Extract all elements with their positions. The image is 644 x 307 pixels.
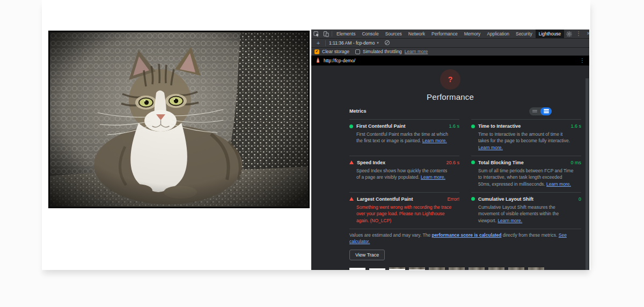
new-report-button[interactable]: + (314, 40, 322, 46)
filmstrip-frame (488, 267, 504, 270)
filmstrip-frame (429, 267, 445, 270)
clear-storage-label[interactable]: Clear storage (322, 49, 349, 54)
tab-memory[interactable]: Memory (461, 30, 484, 38)
filmstrip-frame-photo (469, 267, 485, 270)
metric-description: Something went wrong with recording the … (356, 204, 452, 224)
report-url: http://fcp-demo/ (324, 58, 355, 63)
report-kebab-icon[interactable]: ⋮ (580, 58, 585, 63)
filmstrip-frame-photo (369, 267, 385, 268)
lighthouse-favicon (316, 57, 320, 64)
metric-learn-more-link[interactable]: Learn more. (546, 181, 571, 187)
cat-photo (48, 31, 310, 208)
metric-value: Error! (448, 196, 460, 202)
close-devtools-icon[interactable]: × (583, 31, 593, 36)
lighthouse-report: ? Performance Metrics First Contentful P… (311, 65, 589, 270)
report-selector-label: 1:11:36 AM - fcp-demo (329, 40, 375, 46)
filmstrip-frame-photo (449, 267, 465, 270)
metric-value: 1.6 s (570, 123, 581, 129)
tab-lighthouse[interactable]: Lighthouse (536, 30, 565, 38)
performance-score-gauge[interactable]: ? (440, 69, 460, 90)
report-scrollbar[interactable] (586, 78, 589, 270)
tab-console[interactable]: Console (358, 30, 382, 38)
metrics-grid: First Contentful Paint1.6 sFirst Content… (349, 119, 581, 229)
tab-elements[interactable]: Elements (333, 30, 358, 38)
fail-triangle-icon (349, 197, 354, 201)
metric-value: 20.6 s (446, 160, 459, 165)
kebab-menu-icon[interactable]: ⋮ (574, 31, 583, 36)
metric-description: Speed Index shows how quickly the conten… (356, 167, 452, 181)
performance-score-link[interactable]: performance score is calculated (432, 232, 502, 238)
report-footer: Values are estimated and may vary. The p… (349, 229, 581, 245)
runbar-divider (325, 40, 326, 46)
inspect-icon[interactable] (311, 30, 321, 38)
metric-description: Time to Interactive is the amount of tim… (478, 131, 574, 151)
filmstrip-frame-photo (389, 267, 405, 269)
filmstrip-frame-photo (528, 267, 544, 270)
tab-sources[interactable]: Sources (382, 30, 405, 38)
simulated-throttling-checkbox[interactable] (355, 49, 360, 54)
tab-network[interactable]: Network (405, 30, 428, 38)
report-title: Performance (311, 92, 589, 101)
footer-text-pre: Values are estimated and may vary. The (349, 232, 432, 238)
metric-speed-index: Speed Index20.6 sSpeed Index shows how q… (349, 156, 459, 192)
filmstrip-frame-photo (429, 267, 445, 270)
metric-cumulative-layout-shift: Cumulative Layout Shift0Cumulative Layou… (471, 192, 581, 229)
metric-learn-more-link[interactable]: Learn more. (421, 174, 445, 180)
metric-description: First Contentful Paint marks the time at… (356, 131, 452, 144)
devtools-tabs: ElementsConsoleSourcesNetworkPerformance… (333, 30, 564, 38)
metric-value: 0 (579, 196, 581, 202)
filmstrip-frame-photo (409, 267, 425, 269)
browser-page: ElementsConsoleSourcesNetworkPerformance… (42, 0, 590, 270)
filmstrip-frame-photo (349, 267, 365, 268)
metric-learn-more-link[interactable]: Learn more. (497, 218, 522, 223)
device-toolbar-icon[interactable] (321, 30, 331, 38)
throttling-learn-more-link[interactable]: Learn more (405, 49, 428, 54)
metric-first-contentful-paint: First Contentful Paint1.6 sFirst Content… (349, 119, 459, 156)
metric-value: 0 ms (570, 160, 581, 165)
pass-dot-icon (471, 160, 475, 164)
metric-description: Cumulative Layout Shift measures the mov… (478, 204, 574, 224)
metric-learn-more-link[interactable]: Learn more. (422, 138, 447, 143)
metric-title: Cumulative Layout Shift (478, 196, 575, 202)
pass-dot-icon (471, 197, 475, 201)
fail-triangle-icon (349, 160, 354, 164)
filmstrip-frame (409, 267, 425, 270)
filmstrip-frame-photo (488, 267, 504, 270)
report-selector[interactable]: 1:11:36 AM - fcp-demo ▾ (329, 40, 379, 46)
metrics-section-header: Metrics (349, 108, 367, 114)
metric-total-blocking-time: Total Blocking Time0 msSum of all time p… (471, 156, 581, 192)
tab-application[interactable]: Application (484, 30, 513, 38)
lighthouse-run-bar: + 1:11:36 AM - fcp-demo ▾ (311, 39, 589, 48)
metrics-expanded-view-button[interactable] (540, 107, 552, 115)
metric-title: Time to Interactive (478, 123, 567, 129)
simulated-throttling-label[interactable]: Simulated throttling (363, 49, 402, 54)
clear-storage-checkbox[interactable]: ✓ (314, 49, 319, 54)
metric-title: Largest Contentful Paint (357, 196, 444, 202)
pass-dot-icon (349, 125, 353, 128)
devtools-tabbar: ElementsConsoleSourcesNetworkPerformance… (311, 30, 589, 39)
settings-gear-icon[interactable] (564, 31, 574, 37)
filmstrip-frame (469, 267, 485, 270)
filmstrip (349, 267, 581, 270)
view-trace-button[interactable]: View Trace (349, 250, 385, 260)
chevron-down-icon: ▾ (377, 41, 379, 45)
metric-largest-contentful-paint: Largest Contentful PaintError!Something … (349, 192, 459, 229)
filmstrip-frame-photo (508, 267, 524, 270)
metric-time-to-interactive: Time to Interactive1.6 sTime to Interact… (471, 119, 581, 156)
clear-reports-icon[interactable] (384, 40, 390, 47)
metrics-collapsed-view-button[interactable] (529, 107, 540, 115)
metric-value: 1.6 s (449, 123, 459, 129)
metric-description: Sum of all time periods between FCP and … (478, 167, 574, 187)
tab-performance[interactable]: Performance (428, 30, 461, 38)
tab-security[interactable]: Security (513, 30, 536, 38)
pass-dot-icon (471, 125, 475, 128)
report-url-bar: http://fcp-demo/ ⋮ (311, 56, 589, 65)
metric-learn-more-link[interactable]: Learn more. (478, 145, 503, 150)
screenshot-stage: ElementsConsoleSourcesNetworkPerformance… (0, 0, 644, 307)
metrics-view-toggle (529, 107, 552, 115)
filmstrip-frame (449, 267, 465, 270)
metric-title: Speed Index (357, 160, 443, 165)
devtools-panel: ElementsConsoleSourcesNetworkPerformance… (311, 30, 589, 270)
footer-text-mid: directly from these metrics. (501, 232, 558, 238)
filmstrip-frame (369, 267, 385, 270)
